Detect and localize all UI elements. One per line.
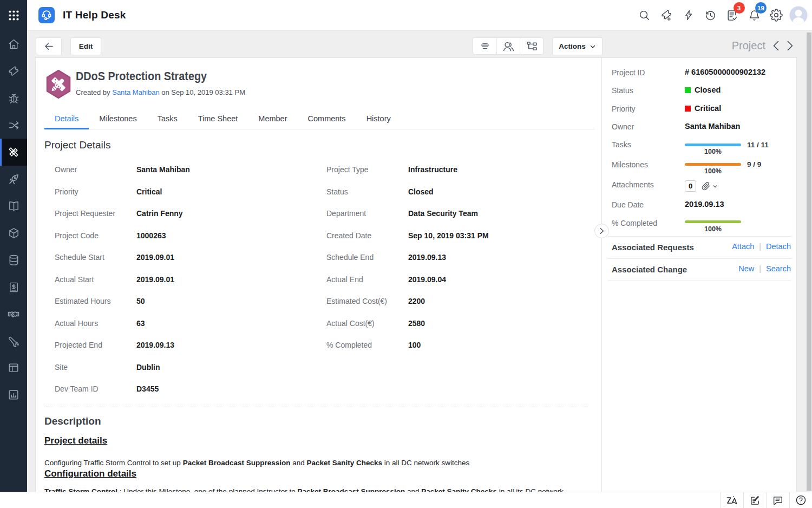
field-value-left-8: 2019.09.13 bbox=[136, 341, 326, 349]
actions-button[interactable]: Actions bbox=[552, 37, 603, 55]
sidebar-item-custom[interactable] bbox=[0, 355, 27, 382]
home-icon bbox=[8, 38, 20, 50]
created-by-user-link[interactable]: Santa Mahiban bbox=[112, 88, 159, 96]
detach-link[interactable]: Detach bbox=[766, 242, 791, 251]
sidebar-item-cmdb[interactable] bbox=[0, 246, 27, 273]
apps-grid-icon[interactable] bbox=[0, 8, 27, 23]
attach-link[interactable]: Attach bbox=[732, 242, 754, 251]
help-icon[interactable] bbox=[789, 492, 812, 508]
field-value-right-4: 2019.09.13 bbox=[408, 253, 596, 262]
rocket-icon bbox=[8, 173, 20, 185]
sidebar-item-purchase[interactable] bbox=[0, 273, 27, 301]
field-label-left-2: Project Requester bbox=[55, 209, 136, 218]
vertical-scrollbar[interactable] bbox=[807, 32, 811, 491]
sidebar-item-contracts[interactable] bbox=[0, 301, 27, 328]
tab-tasks[interactable]: Tasks bbox=[147, 112, 188, 129]
back-button[interactable] bbox=[36, 37, 62, 55]
field-value-right-5: 2019.09.04 bbox=[408, 275, 596, 284]
attachments-chevron-down-icon bbox=[712, 184, 718, 189]
summary-lines-icon bbox=[479, 40, 491, 52]
sidebar-item-requests[interactable] bbox=[0, 58, 27, 85]
invoice-icon bbox=[8, 281, 20, 294]
add-ticket-icon[interactable] bbox=[656, 0, 678, 30]
projects-ruler-pencil-icon bbox=[7, 146, 20, 159]
description-divider bbox=[44, 407, 588, 407]
users-icon bbox=[502, 40, 515, 53]
due-date-label: Due Date bbox=[612, 200, 644, 209]
field-label-left-8: Projected End bbox=[55, 341, 136, 349]
book-icon bbox=[8, 200, 20, 212]
tab-time-sheet[interactable]: Time Sheet bbox=[188, 112, 248, 129]
handshake-icon bbox=[7, 308, 20, 321]
chevron-right-glyph bbox=[787, 41, 794, 51]
sidebar-item-solutions[interactable] bbox=[0, 193, 27, 220]
new-link[interactable]: New bbox=[738, 264, 754, 273]
shuffle-icon bbox=[8, 119, 20, 132]
attachments-label: Attachments bbox=[612, 180, 654, 189]
milestones-label: Milestones bbox=[612, 160, 648, 169]
field-value-left-2: Catrin Fenny bbox=[136, 209, 326, 218]
tab-comments[interactable]: Comments bbox=[298, 112, 356, 129]
headset-icon bbox=[41, 9, 53, 21]
completed-percent: 100% bbox=[685, 225, 741, 233]
associated-change-links: New | Search bbox=[738, 264, 791, 273]
due-date-value: 2019.09.13 bbox=[685, 200, 724, 209]
sidebar-item-home[interactable] bbox=[0, 31, 27, 58]
project-summary-panel: Project ID # 61605000000902132 Status Cl… bbox=[601, 58, 797, 492]
zia-assistant-icon[interactable] bbox=[720, 492, 743, 508]
history-icon[interactable] bbox=[699, 0, 722, 30]
search-icon[interactable] bbox=[634, 0, 656, 30]
completed-label: % Completed bbox=[612, 219, 657, 227]
chat-icon[interactable] bbox=[766, 492, 789, 508]
bug-icon bbox=[8, 92, 20, 105]
field-value-left-9: Dublin bbox=[136, 363, 326, 372]
attachments-count-box[interactable]: 0 bbox=[685, 180, 696, 192]
notifications-badge: 19 bbox=[755, 2, 767, 14]
view-switcher bbox=[473, 37, 543, 55]
field-label-right-6: Estimated Cost(€) bbox=[326, 297, 408, 305]
tab-milestones[interactable]: Milestones bbox=[89, 112, 147, 129]
attachments-control[interactable] bbox=[701, 181, 718, 191]
previous-record-icon[interactable] bbox=[772, 41, 780, 51]
tab-details[interactable]: Details bbox=[44, 112, 89, 129]
window-layout-icon bbox=[8, 362, 19, 374]
edit-button[interactable]: Edit bbox=[70, 37, 101, 55]
sidebar-item-releases[interactable] bbox=[0, 166, 27, 193]
chevron-right-icon bbox=[599, 227, 605, 235]
arrow-left-icon bbox=[43, 41, 55, 52]
status-label: Status bbox=[612, 86, 633, 95]
panel-collapse-handle[interactable] bbox=[594, 224, 609, 238]
sidebar-item-projects[interactable] bbox=[0, 139, 27, 166]
summary-view-button[interactable] bbox=[473, 38, 496, 54]
members-view-button[interactable] bbox=[496, 38, 520, 54]
gear-glyph bbox=[770, 9, 783, 22]
settings-gear-icon[interactable] bbox=[765, 0, 788, 30]
user-avatar[interactable] bbox=[787, 0, 810, 30]
field-label-left-1: Priority bbox=[55, 187, 136, 196]
sidebar-item-problems[interactable] bbox=[0, 85, 27, 112]
next-record-icon[interactable] bbox=[787, 41, 794, 51]
description-heading: Description bbox=[44, 415, 101, 427]
sidebar-item-assets[interactable] bbox=[0, 220, 27, 247]
tree-view-button[interactable] bbox=[520, 38, 543, 54]
ticket-icon bbox=[8, 65, 20, 77]
sidebar-item-admin[interactable] bbox=[0, 328, 27, 355]
notifications-icon[interactable]: 19 bbox=[743, 0, 765, 30]
associated-change-title: Associated Change bbox=[612, 265, 687, 274]
app-title: IT Help Desk bbox=[63, 0, 126, 30]
project-id-label: Project ID bbox=[612, 68, 645, 77]
priority-color-square bbox=[685, 106, 691, 112]
description-subheading-1: Project details bbox=[44, 435, 107, 446]
sidebar-item-reports[interactable] bbox=[0, 381, 27, 408]
page-toolbar: Edit Actions bbox=[27, 31, 812, 57]
tab-history[interactable]: History bbox=[356, 112, 401, 129]
tab-member[interactable]: Member bbox=[248, 112, 297, 129]
sidebar-item-changes[interactable] bbox=[0, 112, 27, 139]
app-logo[interactable] bbox=[38, 7, 55, 23]
quick-actions-icon[interactable] bbox=[678, 0, 700, 30]
project-title: DDoS Protection Strategy bbox=[76, 69, 228, 83]
approvals-icon[interactable]: 3 bbox=[722, 0, 744, 30]
note-edit-icon[interactable] bbox=[743, 492, 767, 508]
field-value-right-1: Closed bbox=[408, 187, 596, 196]
search-link[interactable]: Search bbox=[766, 264, 791, 273]
